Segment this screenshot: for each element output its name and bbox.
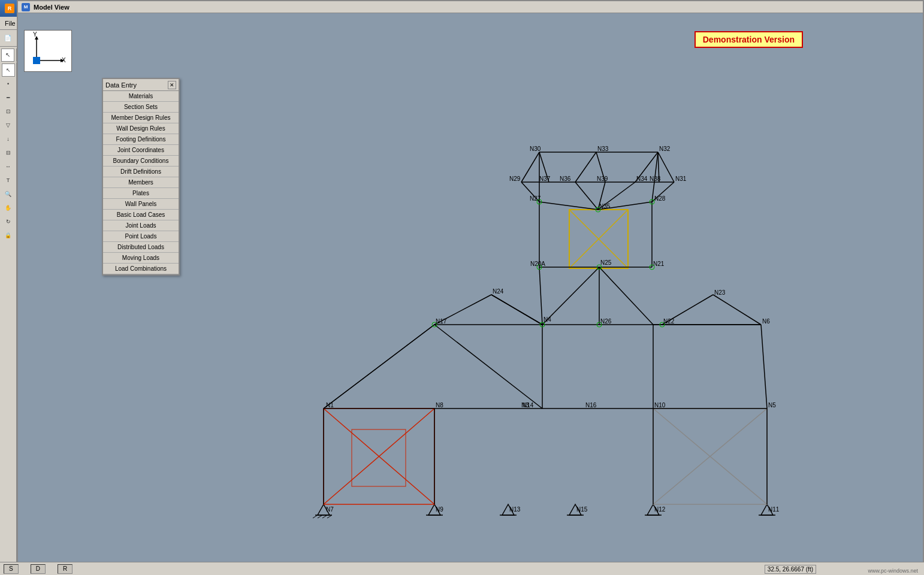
svg-text:N26: N26 [600, 318, 612, 325]
svg-line-66 [575, 152, 596, 182]
svg-text:N27: N27 [530, 195, 541, 202]
select-btn[interactable]: ↖ [1, 49, 14, 62]
svg-text:N4: N4 [543, 316, 551, 323]
svg-line-43 [434, 325, 542, 408]
de-member-design[interactable]: Member Design Rules [103, 113, 179, 123]
svg-text:N21: N21 [653, 261, 665, 267]
sidebar-pan[interactable]: ✋ [2, 201, 15, 214]
sidebar-dist[interactable]: ⊟ [2, 146, 15, 159]
sidebar-plate[interactable]: ⊡ [2, 105, 15, 118]
svg-text:N14: N14 [523, 402, 534, 408]
data-entry-panel: Data Entry ✕ Materials Section Sets Memb… [102, 78, 180, 276]
model-view-header: M Model View [18, 1, 923, 13]
de-drift[interactable]: Drift Definitions [103, 167, 179, 177]
de-boundary[interactable]: Boundary Conditions [103, 156, 179, 167]
svg-text:N28: N28 [654, 195, 666, 202]
new-button[interactable]: 📄 [1, 32, 14, 45]
app-icon: R [5, 4, 14, 13]
svg-text:N7: N7 [326, 506, 334, 513]
svg-text:N15: N15 [576, 506, 588, 513]
sidebar-member[interactable]: ━ [2, 91, 15, 104]
svg-text:N29: N29 [509, 175, 521, 182]
svg-rect-25 [352, 429, 406, 486]
svg-text:N8: N8 [436, 402, 443, 408]
data-entry-close[interactable]: ✕ [168, 81, 176, 89]
svg-text:N23: N23 [714, 289, 726, 296]
supports [313, 504, 775, 518]
svg-line-50 [761, 325, 767, 408]
de-joint-coord[interactable]: Joint Coordinates [103, 145, 179, 156]
svg-text:N5: N5 [768, 402, 776, 408]
model-view-icon: M [22, 3, 30, 11]
svg-text:N22: N22 [663, 318, 675, 325]
members [324, 152, 767, 504]
de-footing[interactable]: Footing Definitions [103, 134, 179, 145]
de-basic-load[interactable]: Basic Load Cases [103, 210, 179, 220]
svg-text:N11: N11 [768, 506, 780, 513]
svg-line-54 [713, 295, 761, 325]
de-wall-design[interactable]: Wall Design Rules [103, 123, 179, 134]
svg-text:N25: N25 [600, 259, 612, 266]
status-s: S [4, 564, 19, 574]
de-members[interactable]: Members [103, 177, 179, 188]
svg-text:N39: N39 [597, 175, 608, 182]
svg-text:N31: N31 [675, 175, 687, 182]
svg-text:N36: N36 [560, 175, 571, 182]
svg-text:N20A: N20A [530, 261, 545, 267]
svg-text:N38: N38 [650, 175, 661, 182]
svg-text:N37: N37 [539, 175, 551, 182]
de-wall-panels[interactable]: Wall Panels [103, 199, 179, 210]
svg-line-85 [491, 295, 542, 325]
svg-text:N33: N33 [597, 146, 609, 152]
de-materials[interactable]: Materials [103, 91, 179, 102]
svg-line-46 [599, 267, 653, 325]
svg-text:N9: N9 [436, 506, 443, 513]
de-section-sets[interactable]: Section Sets [103, 102, 179, 113]
status-r: R [58, 564, 73, 574]
de-point-loads[interactable]: Point Loads [103, 231, 179, 242]
svg-text:N32: N32 [659, 146, 671, 152]
watermark: www.pc-windows.net [868, 568, 918, 574]
data-entry-title: Data Entry [105, 81, 137, 89]
sidebar-load[interactable]: ↓ [2, 132, 15, 146]
svg-line-82 [539, 202, 598, 210]
de-joint-loads[interactable]: Joint Loads [103, 220, 179, 231]
svg-text:N13: N13 [509, 506, 521, 513]
svg-line-64 [521, 152, 539, 182]
svg-text:N6: N6 [762, 318, 770, 325]
sidebar-lock[interactable]: 🔒 [2, 229, 15, 242]
de-dist-loads[interactable]: Distributed Loads [103, 242, 179, 253]
svg-text:N34: N34 [636, 175, 648, 182]
sidebar-node[interactable]: • [2, 77, 15, 90]
sidebar-select[interactable]: ↖ [2, 63, 15, 77]
svg-text:N16: N16 [585, 402, 597, 408]
svg-text:N12: N12 [654, 506, 666, 513]
sidebar-text[interactable]: T [2, 174, 15, 187]
sidebar-support[interactable]: ▽ [2, 119, 15, 132]
status-d: D [31, 564, 46, 574]
svg-text:N35: N35 [599, 203, 611, 210]
de-load-comb[interactable]: Load Combinations [103, 264, 179, 274]
left-sidebar: ↖ • ━ ⊡ ▽ ↓ ⊟ ↔ T 🔍 ✋ ↻ 🔒 [0, 62, 17, 562]
de-moving-loads[interactable]: Moving Loads [103, 253, 179, 264]
svg-text:N1: N1 [326, 402, 334, 408]
svg-text:N24: N24 [493, 288, 504, 295]
de-plates[interactable]: Plates [103, 188, 179, 199]
coord-display: 32.5, 26.6667 (ft) [765, 565, 816, 574]
sidebar-zoom[interactable]: 🔍 [2, 187, 15, 201]
model-view-title: Model View [34, 4, 70, 11]
data-entry-header[interactable]: Data Entry ✕ [103, 79, 179, 91]
sidebar-dim[interactable]: ↔ [2, 160, 15, 173]
statusbar: S D R 32.5, 26.6667 (ft) www.pc-windows.… [0, 562, 924, 575]
svg-line-79 [575, 182, 598, 210]
svg-text:N17: N17 [436, 318, 447, 325]
sidebar-rotate[interactable]: ↻ [2, 215, 15, 228]
svg-line-86 [539, 267, 542, 325]
svg-text:N10: N10 [654, 402, 666, 408]
svg-text:N30: N30 [530, 146, 541, 152]
svg-line-84 [324, 325, 434, 408]
